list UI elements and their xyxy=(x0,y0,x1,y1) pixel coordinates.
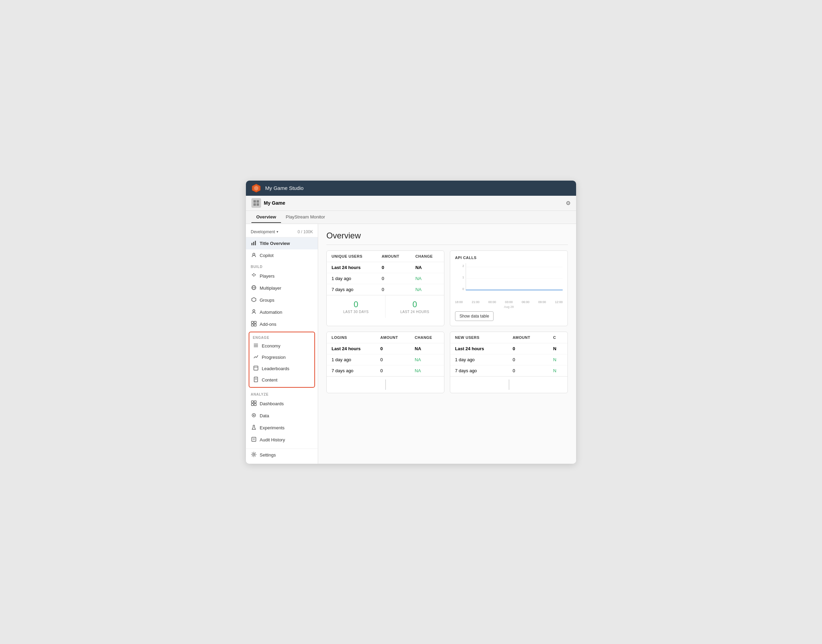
sidebar-item-data[interactable]: Data xyxy=(246,410,318,422)
game-name: My Game xyxy=(264,200,563,206)
environment-selector[interactable]: Development ▾ 0 / 100K xyxy=(246,227,318,238)
table-row: 7 days ago 0 NA xyxy=(327,365,444,376)
content-icon xyxy=(253,377,259,383)
svg-rect-30 xyxy=(254,403,256,406)
svg-text:2: 2 xyxy=(462,264,464,267)
sidebar-item-leaderboards[interactable]: Leaderboards xyxy=(250,363,314,374)
automation-icon xyxy=(251,309,257,316)
x-label-3: 03:00 xyxy=(505,301,513,304)
environment-arrow: ▾ xyxy=(277,230,278,234)
tab-overview[interactable]: Overview xyxy=(251,212,281,223)
sub-header: My Game ⚙ xyxy=(246,196,576,211)
sidebar-item-addons[interactable]: Add-ons xyxy=(246,318,318,330)
last-30-label: LAST 30 DAYS xyxy=(331,310,381,314)
sidebar-item-economy[interactable]: Economy xyxy=(250,340,314,351)
log-row1-amount: 0 xyxy=(376,343,410,354)
title-overview-label: Title Overview xyxy=(260,241,290,246)
leaderboards-icon xyxy=(253,365,259,372)
sidebar-item-content[interactable]: Content xyxy=(250,374,314,386)
studio-title: My Game Studio xyxy=(265,185,304,191)
stats-grid: UNIQUE USERS Amount Change Last 24 hours… xyxy=(326,250,568,393)
build-section-label: BUILD xyxy=(246,261,318,270)
audit-history-label: Audit History xyxy=(260,437,285,442)
last-24-cell: 0 LAST 24 HOURS xyxy=(386,296,444,318)
chart-date: Aug 28 xyxy=(455,305,563,308)
svg-text:1: 1 xyxy=(462,276,464,279)
quota-label: 0 / 100K xyxy=(297,230,313,234)
log-row3-label: 7 days ago xyxy=(327,365,376,376)
uu-row2-label: 1 day ago xyxy=(327,273,377,284)
sidebar-item-progression[interactable]: Progression xyxy=(250,351,314,363)
last-24-num: 0 xyxy=(390,300,440,309)
api-calls-chart: 2 1 0 xyxy=(455,263,563,297)
x-label-4: 06:00 xyxy=(522,301,530,304)
x-label-0: 18:00 xyxy=(455,301,463,304)
logins-table: LOGINS Amount Change Last 24 hours 0 NA xyxy=(327,332,444,376)
show-data-table-button[interactable]: Show data table xyxy=(455,311,494,321)
svg-point-32 xyxy=(253,414,254,416)
last-30-cell: 0 LAST 30 DAYS xyxy=(327,296,386,318)
sidebar-item-automation[interactable]: Automation xyxy=(246,306,318,318)
x-label-5: 09:00 xyxy=(538,301,546,304)
page-title: Overview xyxy=(326,231,568,245)
tabs-row: Overview PlayStream Monitor xyxy=(246,211,576,224)
automation-label: Automation xyxy=(260,310,282,315)
svg-rect-29 xyxy=(251,403,254,406)
svg-text:0: 0 xyxy=(462,287,464,290)
svg-rect-2 xyxy=(254,200,256,202)
new-users-card: NEW USERS Amount C Last 24 hours 0 N xyxy=(450,332,568,393)
log-row1-change: NA xyxy=(410,343,444,354)
sidebar-item-settings[interactable]: Settings xyxy=(246,449,318,461)
svg-marker-13 xyxy=(252,297,256,302)
uu-row2-change: NA xyxy=(411,273,444,284)
experiments-icon xyxy=(251,425,257,431)
players-label: Players xyxy=(260,273,274,279)
nu-amount-header: Amount xyxy=(508,332,548,343)
svg-rect-3 xyxy=(257,200,259,202)
nu-row1-label: Last 24 hours xyxy=(450,343,508,354)
uu-row1-label: Last 24 hours xyxy=(327,262,377,273)
nu-row2-amount: 0 xyxy=(508,354,548,365)
addons-icon xyxy=(251,321,257,328)
chart-x-labels: 18:00 21:00 00:00 03:00 06:00 09:00 12:0… xyxy=(455,301,563,304)
svg-rect-22 xyxy=(254,366,258,370)
sidebar-item-audit-history[interactable]: Audit History xyxy=(246,434,318,446)
api-calls-title: API CALLS xyxy=(455,256,563,260)
unique-users-footer: 0 LAST 30 DAYS 0 LAST 24 HOURS xyxy=(327,295,444,318)
uu-col-header: UNIQUE USERS xyxy=(327,251,377,262)
nu-change-header: C xyxy=(548,332,568,343)
app-logo xyxy=(251,183,261,193)
svg-rect-18 xyxy=(254,324,256,326)
settings-icon[interactable]: ⚙ xyxy=(566,200,571,206)
log-row3-amount: 0 xyxy=(376,365,410,376)
log-row3-change: NA xyxy=(410,365,444,376)
sidebar-item-groups[interactable]: Groups xyxy=(246,294,318,306)
table-row: Last 24 hours 0 NA xyxy=(327,343,444,354)
svg-rect-5 xyxy=(257,203,259,206)
app-container: My Game Studio My Game ⚙ Overview PlaySt… xyxy=(246,181,576,464)
uu-row1-change: NA xyxy=(411,262,444,273)
engage-label: ENGAGE xyxy=(250,334,314,340)
players-icon xyxy=(251,273,257,279)
log-row2-change: NA xyxy=(410,354,444,365)
leaderboards-label: Leaderboards xyxy=(262,366,289,371)
svg-rect-34 xyxy=(252,437,256,442)
groups-label: Groups xyxy=(260,297,274,303)
x-label-6: 12:00 xyxy=(555,301,563,304)
svg-rect-4 xyxy=(254,203,256,206)
sidebar-item-dashboards[interactable]: Dashboards xyxy=(246,398,318,410)
svg-rect-17 xyxy=(251,324,254,326)
table-row: 1 day ago 0 NA xyxy=(327,354,444,365)
table-row: 7 days ago 0 NA xyxy=(327,284,444,295)
nu-col-header: NEW USERS xyxy=(450,332,508,343)
tab-playstream[interactable]: PlayStream Monitor xyxy=(281,212,330,223)
data-icon xyxy=(251,412,257,419)
nu-row1-amount: 0 xyxy=(508,343,548,354)
unique-users-card: UNIQUE USERS Amount Change Last 24 hours… xyxy=(326,250,444,326)
sidebar-item-multiplayer[interactable]: Multiplayer xyxy=(246,282,318,294)
sidebar-item-players[interactable]: Players xyxy=(246,270,318,282)
sidebar-item-title-overview[interactable]: Title Overview xyxy=(246,238,318,249)
uu-amount-header: Amount xyxy=(377,251,411,262)
sidebar-item-experiments[interactable]: Experiments xyxy=(246,422,318,434)
sidebar-item-copilot[interactable]: Copilot xyxy=(246,249,318,261)
